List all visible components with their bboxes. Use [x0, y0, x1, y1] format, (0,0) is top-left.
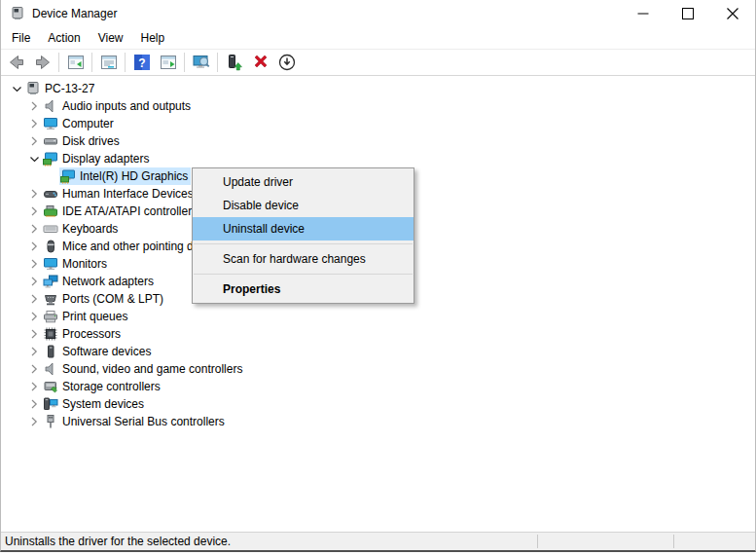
chevron-down-icon[interactable]: [9, 81, 24, 96]
chevron-right-icon[interactable]: [26, 116, 42, 131]
toolbar-separator: [91, 53, 92, 72]
disable-device-icon: [277, 53, 297, 72]
minimize-button[interactable]: [621, 0, 666, 27]
context-menu-item-update-driver[interactable]: Update driver: [193, 170, 414, 194]
minimize-icon: [637, 8, 649, 19]
chevron-right-icon[interactable]: [26, 221, 42, 237]
speaker-icon: [43, 98, 58, 114]
update-driver-icon: [225, 53, 244, 72]
chevron-right-icon[interactable]: [26, 344, 42, 359]
menu-bar: File Action View Help: [1, 27, 755, 50]
chevron-right-icon[interactable]: [26, 98, 42, 114]
chevron-down-icon[interactable]: [26, 151, 42, 166]
show-console-tree-button[interactable]: [63, 51, 88, 74]
tree-item-storage-controllers[interactable]: Storage controllers: [1, 378, 755, 395]
disable-device-button[interactable]: [274, 51, 299, 74]
menu-action[interactable]: Action: [39, 28, 89, 48]
tree-item-display-adapters[interactable]: Display adapters: [1, 150, 755, 167]
tree-item-universal-serial-bus-controllers[interactable]: Universal Serial Bus controllers: [1, 413, 755, 430]
context-menu-item-disable-device[interactable]: Disable device: [193, 194, 414, 217]
tree-item-software-devices[interactable]: Software devices: [1, 343, 755, 360]
scan-hardware-changes-button[interactable]: [189, 51, 213, 74]
chevron-right-icon[interactable]: [26, 379, 42, 394]
controller-card-icon: [43, 204, 58, 219]
scan-hardware-changes-icon: [192, 53, 211, 72]
menu-view[interactable]: View: [90, 28, 132, 48]
status-bar-divider: [673, 535, 674, 548]
close-button[interactable]: [710, 0, 755, 27]
forward-button[interactable]: [30, 51, 54, 74]
context-menu-separator: [194, 243, 413, 244]
chevron-right-icon[interactable]: [26, 309, 42, 324]
chevron-right-icon[interactable]: [26, 414, 42, 429]
chevron-right-icon[interactable]: [26, 291, 42, 307]
toolbar-separator: [125, 53, 126, 72]
status-bar-divider: [537, 535, 538, 548]
storage-controller-icon: [43, 379, 58, 394]
tree-item-computer[interactable]: Computer: [1, 115, 755, 132]
monitor-icon: [43, 256, 58, 272]
tree-item-sound-video-game-controllers[interactable]: Sound, video and game controllers: [1, 360, 755, 378]
window-title: Device Manager: [32, 7, 117, 20]
context-menu: Update driver Disable device Uninstall d…: [192, 167, 414, 304]
maximize-icon: [682, 8, 694, 19]
close-icon: [727, 8, 738, 19]
speaker-icon: [43, 361, 58, 377]
serial-port-icon: [43, 291, 58, 307]
chevron-right-icon[interactable]: [26, 239, 42, 254]
svg-text:?: ?: [138, 56, 145, 70]
printer-icon: [43, 309, 58, 324]
menu-file[interactable]: File: [3, 28, 39, 48]
context-menu-separator: [194, 274, 413, 275]
chevron-right-icon[interactable]: [26, 204, 42, 219]
title-bar: Device Manager: [1, 0, 755, 27]
display-adapter-icon: [43, 151, 58, 166]
context-menu-item-properties[interactable]: Properties: [193, 278, 414, 301]
toolbar-separator: [184, 53, 185, 72]
menu-help[interactable]: Help: [132, 28, 174, 48]
properties-button[interactable]: [96, 51, 121, 74]
status-bar: Uninstalls the driver for the selected d…: [1, 532, 755, 550]
back-icon: [7, 53, 26, 72]
tree-item-pc-13-27[interactable]: PC-13-27: [1, 80, 755, 97]
chevron-right-icon[interactable]: [26, 396, 42, 412]
maximize-button[interactable]: [666, 0, 710, 27]
processor-icon: [43, 326, 58, 342]
tree-item-print-queues[interactable]: Print queues: [1, 308, 755, 325]
context-menu-item-uninstall-device[interactable]: Uninstall device: [193, 217, 414, 240]
window-controls: [621, 0, 755, 27]
monitor-icon: [43, 116, 58, 131]
chevron-right-icon[interactable]: [26, 256, 42, 272]
show-action-pane-icon: [159, 53, 178, 72]
chevron-right-icon[interactable]: [26, 186, 42, 202]
tree-item-disk-drives[interactable]: Disk drives: [1, 132, 755, 150]
tree-item-processors[interactable]: Processors: [1, 325, 755, 343]
chevron-right-icon[interactable]: [26, 274, 42, 289]
device-manager-icon: [10, 6, 25, 21]
selected-device[interactable]: Intel(R) HD Graphics: [59, 167, 191, 185]
toolbar-separator: [58, 53, 59, 72]
system-device-icon: [43, 396, 58, 412]
help-icon: ?: [132, 53, 152, 72]
disk-drive-icon: [43, 133, 58, 149]
context-menu-item-scan-hardware-changes[interactable]: Scan for hardware changes: [193, 247, 414, 271]
tree-item-audio-inputs-and-outputs[interactable]: Audio inputs and outputs: [1, 97, 755, 115]
tree-item-system-devices[interactable]: System devices: [1, 395, 755, 413]
show-console-tree-icon: [66, 53, 86, 72]
show-action-pane-button[interactable]: [156, 51, 180, 74]
properties-icon: [99, 53, 119, 72]
update-driver-button[interactable]: [222, 51, 246, 74]
uninstall-device-button[interactable]: [248, 51, 272, 74]
back-button[interactable]: [4, 51, 28, 74]
chevron-right-icon[interactable]: [26, 326, 42, 342]
display-adapter-icon: [60, 168, 76, 184]
chevron-right-icon[interactable]: [26, 133, 42, 149]
network-adapter-icon: [43, 274, 58, 289]
device-manager-window: Device Manager File Action View Help: [0, 0, 756, 552]
device-tree: PC-13-27 Audio inputs and outputs Comput…: [1, 76, 755, 532]
toolbar: ?: [1, 50, 755, 76]
gamepad-icon: [43, 186, 58, 202]
help-button[interactable]: ?: [129, 51, 154, 74]
forward-icon: [33, 53, 53, 72]
chevron-right-icon[interactable]: [26, 361, 42, 377]
